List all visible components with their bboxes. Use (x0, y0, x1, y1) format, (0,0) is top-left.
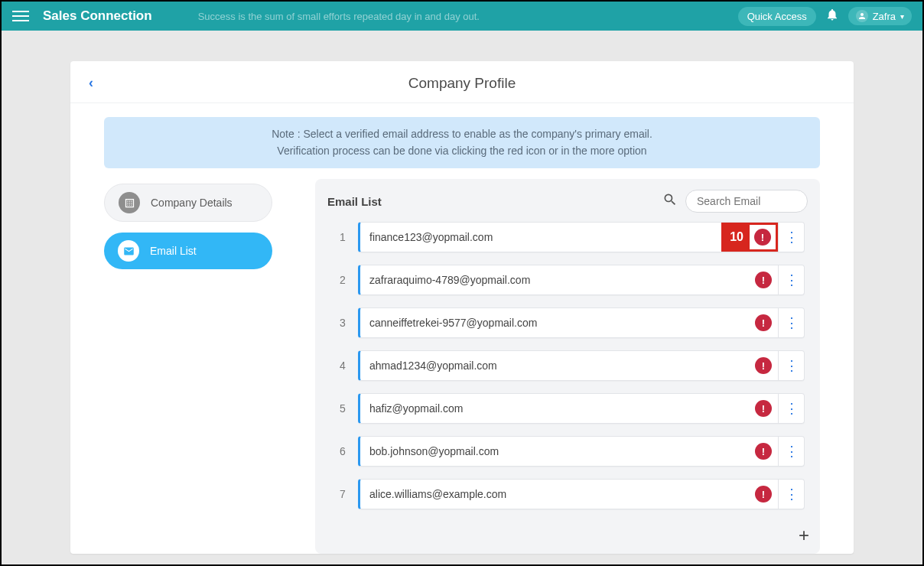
highlight-badge: 10 (724, 225, 750, 249)
search-icon[interactable] (662, 192, 678, 211)
warning-icon[interactable]: ! (755, 400, 772, 417)
quick-access-button[interactable]: Quick Access (738, 7, 816, 26)
email-text: finance123@yopmail.com (360, 231, 721, 243)
sidebar-item-company-details[interactable]: Company Details (104, 184, 272, 222)
top-bar: Sales Connection Success is the sum of s… (2, 2, 922, 31)
mail-icon (118, 240, 139, 262)
more-icon[interactable]: ⋮ (778, 223, 804, 252)
note-banner: Note : Select a verified email address t… (104, 117, 820, 168)
email-row: 4 ahmad1234@yopmail.com ! ⋮ (327, 350, 805, 381)
hamburger-icon[interactable] (12, 8, 29, 24)
email-text: bob.johnson@yopmail.com (360, 445, 755, 457)
more-icon[interactable]: ⋮ (778, 437, 804, 466)
company-profile-card: ‹ Company Profile Note : Select a verifi… (70, 61, 854, 554)
search-input[interactable] (685, 190, 808, 213)
more-icon[interactable]: ⋮ (778, 265, 804, 294)
email-card[interactable]: hafiz@yopmail.com ! ⋮ (358, 393, 805, 424)
more-icon[interactable]: ⋮ (778, 480, 804, 509)
email-card[interactable]: bob.johnson@yopmail.com ! ⋮ (358, 436, 805, 467)
highlighted-warn-box: 10 ! (721, 223, 778, 252)
email-text: zafraraquimo-4789@yopmail.com (360, 274, 755, 286)
more-icon[interactable]: ⋮ (778, 351, 804, 380)
warning-icon[interactable]: ! (755, 357, 772, 374)
email-card[interactable]: ahmad1234@yopmail.com ! ⋮ (358, 350, 805, 381)
user-menu[interactable]: Zafra ▾ (848, 7, 912, 25)
email-row: 1 finance123@yopmail.com 10 ! ⋮ (327, 222, 805, 252)
sidebar-item-label: Email List (150, 245, 197, 257)
warning-icon[interactable]: ! (754, 229, 771, 246)
add-button[interactable]: + (799, 525, 809, 546)
email-text: alice.williams@example.com (360, 488, 755, 500)
list-title: Email List (327, 195, 382, 208)
brand-title: Sales Connection (43, 8, 152, 24)
user-name: Zafra (873, 11, 896, 22)
row-number: 7 (327, 488, 358, 500)
email-row: 3 canneiffetrekei-9577@yopmail.com ! ⋮ (327, 307, 805, 338)
warning-icon[interactable]: ! (755, 272, 772, 288)
email-card[interactable]: finance123@yopmail.com 10 ! ⋮ (358, 222, 805, 252)
email-list-panel: Email List 1 finance123@yopmail.com (315, 179, 820, 554)
note-line-1: Note : Select a verified email address t… (119, 126, 805, 143)
sidebar-item-label: Company Details (151, 197, 233, 209)
email-card[interactable]: zafraraquimo-4789@yopmail.com ! ⋮ (358, 265, 805, 295)
chevron-down-icon: ▾ (900, 12, 904, 21)
note-line-2: Verification process can be done via cli… (119, 143, 805, 160)
more-icon[interactable]: ⋮ (778, 394, 804, 423)
warning-icon[interactable]: ! (755, 443, 772, 460)
bell-icon[interactable] (825, 8, 839, 25)
email-text: canneiffetrekei-9577@yopmail.com (360, 317, 755, 329)
email-row: 2 zafraraquimo-4789@yopmail.com ! ⋮ (327, 265, 805, 295)
sidebar-item-email-list[interactable]: Email List (104, 233, 272, 269)
tagline-text: Success is the sum of small efforts repe… (198, 11, 480, 22)
email-rows-scroll[interactable]: 1 finance123@yopmail.com 10 ! ⋮ (327, 222, 808, 548)
email-card[interactable]: canneiffetrekei-9577@yopmail.com ! ⋮ (358, 307, 805, 338)
email-text: hafiz@yopmail.com (360, 402, 755, 415)
row-number: 3 (327, 317, 358, 329)
email-row: 7 alice.williams@example.com ! ⋮ (327, 479, 805, 509)
email-row: 5 hafiz@yopmail.com ! ⋮ (327, 393, 805, 424)
row-number: 5 (327, 402, 358, 415)
back-arrow-icon[interactable]: ‹ (89, 75, 93, 91)
page-title: Company Profile (89, 75, 835, 92)
row-number: 4 (327, 359, 358, 372)
building-icon (119, 192, 140, 213)
row-number: 6 (327, 445, 358, 457)
more-icon[interactable]: ⋮ (778, 308, 804, 337)
email-row: 6 bob.johnson@yopmail.com ! ⋮ (327, 436, 805, 467)
warning-icon[interactable]: ! (755, 486, 772, 503)
row-number: 1 (327, 231, 358, 243)
row-number: 2 (327, 274, 358, 286)
warning-icon[interactable]: ! (755, 314, 772, 331)
email-card[interactable]: alice.williams@example.com ! ⋮ (358, 479, 805, 509)
email-text: ahmad1234@yopmail.com (360, 359, 755, 372)
side-nav: Company Details Email List (104, 179, 272, 554)
avatar-icon (856, 10, 868, 22)
